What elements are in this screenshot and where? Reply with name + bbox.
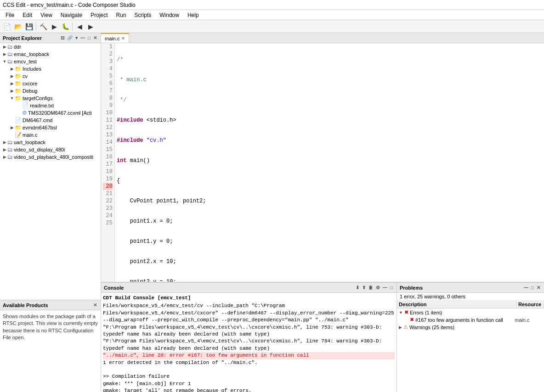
code-text-11: point2.x = 10; (117, 258, 176, 265)
tree-toggle-video-play[interactable]: ▶ (2, 155, 7, 159)
console-line-1: Files/workspace_v5_4/emcv_test/cv --incl… (103, 302, 395, 309)
tree-item-readme[interactable]: 📄 readme.txt (0, 102, 101, 109)
tree-toggle-targetconfigs[interactable]: ▼ (9, 96, 15, 101)
console-options[interactable]: ⚙ (375, 285, 381, 291)
folder-icon-cv: 📁 (15, 73, 22, 79)
problems-minimize[interactable]: — (523, 285, 529, 291)
close-icon[interactable]: ✕ (92, 35, 98, 41)
tree-item-cv[interactable]: ▶ 📁 cv (0, 73, 101, 80)
tree-toggle-emac[interactable]: ▶ (2, 52, 7, 56)
error-item-desc: #167 too few arguments in function call (415, 317, 515, 323)
tree-toggle-ddr[interactable]: ▶ (2, 45, 7, 49)
line-num-20: 20 (103, 183, 113, 190)
code-text-4: <stdio.h> (143, 117, 176, 124)
problems-maximize[interactable]: □ (530, 285, 535, 291)
editor-tab-main[interactable]: main.c ✕ (101, 33, 129, 43)
tree-item-uart[interactable]: ▶ 🗂 uart_loopback (0, 139, 101, 146)
console-scroll-up[interactable]: ⬆ (361, 285, 367, 291)
folder-icon-includes: 📁 (15, 66, 22, 72)
tree-item-dm6467[interactable]: 📄 DM6467.cmd (0, 117, 101, 124)
folder-icon-targetconfigs: 📁 (15, 95, 22, 101)
code-kw-6: int (117, 157, 127, 164)
line-numbers: 1 2 3 4 5 6 7 8 9 10 11 12 13 14 15 16 1 (101, 43, 115, 282)
console-content[interactable]: CDT Build Console [emcv_test] Files/work… (101, 293, 397, 392)
file-icon-main: 📝 (15, 132, 22, 138)
console-clear[interactable]: 🗑 (368, 285, 374, 291)
code-line-1: /* (117, 56, 542, 63)
link-editor-icon[interactable]: 🔗 (66, 35, 74, 41)
tree-label-uart: uart_loopback (14, 140, 45, 145)
tree-toggle-cxcore[interactable]: ▶ (9, 81, 15, 86)
line-num-24: 24 (103, 212, 113, 219)
tree-label-emac: emac_loopback (14, 51, 49, 57)
toolbar-back[interactable]: ◀ (74, 22, 85, 32)
code-line-5: #include "cv.h" (117, 137, 542, 144)
menu-item-scripts[interactable]: Scripts (131, 11, 155, 19)
toolbar-run[interactable]: ▶ (49, 22, 59, 32)
menu-item-run[interactable]: Run (113, 11, 130, 19)
tree-toggle-uart[interactable]: ▶ (2, 140, 7, 145)
console-minimize[interactable]: — (382, 285, 388, 291)
collapse-all-icon[interactable]: ⊟ (60, 35, 65, 41)
tree-item-includes[interactable]: ▶ 📁 Includes (0, 65, 101, 73)
problems-section-warnings[interactable]: ▶ ⚠ Warnings (25 items) (397, 323, 544, 331)
minimize-icon[interactable]: — (79, 35, 86, 41)
toolbar-debug[interactable]: 🐛 (60, 22, 70, 32)
tree-item-video-play[interactable]: ▶ 🗂 video_sd_playback_480i_compositi (0, 153, 101, 161)
menu-item-view[interactable]: View (37, 11, 56, 19)
tree-item-evmdm[interactable]: ▶ 📁 evmdm6467bsl (0, 124, 101, 131)
code-content[interactable]: /* * main.c */ #include <stdio.h> #inclu… (115, 43, 544, 282)
tree-item-main[interactable]: 📝 main.c (0, 131, 101, 139)
tree-toggle-evmdm[interactable]: ▶ (9, 125, 15, 130)
tree-item-debug[interactable]: ▶ 📁 Debug (0, 87, 101, 95)
tree-item-video-sd[interactable]: ▶ 🗂 video_sd_display_480i (0, 146, 101, 153)
problems-section-errors[interactable]: ▼ ✖ Errors (1 item) (397, 308, 544, 316)
project-icon-uart: 🗂 (7, 139, 13, 146)
tree-label-includes: Includes (23, 66, 41, 72)
tree-toggle-debug[interactable]: ▶ (9, 89, 15, 93)
code-line-11: point2.x = 10; (117, 258, 542, 265)
view-menu-icon[interactable]: ▾ (74, 35, 79, 41)
console-scroll-down[interactable]: ⬇ (355, 285, 360, 291)
menu-item-edit[interactable]: Edit (19, 11, 36, 19)
maximize-icon[interactable]: □ (87, 35, 91, 41)
problems-row-error-1[interactable]: ✖ #167 too few arguments in function cal… (397, 316, 544, 323)
toolbar-save[interactable]: 💾 (24, 22, 34, 32)
menu-item-navigate[interactable]: Navigate (57, 11, 86, 19)
tree-toggle-video-sd[interactable]: ▶ (2, 147, 7, 152)
config-icon-tms320: ⚙ (22, 110, 27, 116)
console-line-11: gmake: *** [main.obj] Error 1 (103, 381, 395, 387)
tree-item-emcv[interactable]: ▼ 🗂 emcv_test (0, 58, 101, 65)
toolbar-open[interactable]: 📂 (13, 22, 23, 32)
right-panel: main.c ✕ 1 2 3 4 5 6 7 8 9 10 11 (101, 33, 544, 392)
menu-item-file[interactable]: File (2, 11, 18, 19)
editor-tab-label: main.c (105, 36, 119, 41)
problems-close[interactable]: ✕ (536, 285, 541, 291)
tree-item-tms320[interactable]: ⚙ TMS320DM6467.ccxml [Acti (0, 109, 101, 117)
line-num-21: 21 (103, 190, 113, 197)
tree-toggle-cv[interactable]: ▶ (9, 74, 15, 78)
tree-item-ddr[interactable]: ▶ 🗂 ddr (0, 43, 101, 50)
tab-close-icon[interactable]: ✕ (121, 36, 125, 41)
toolbar-forward[interactable]: ▶ (85, 22, 96, 32)
project-explorer-header: Project Explorer ⊟ 🔗 ▾ — □ ✕ (0, 33, 101, 43)
problems-col-header: Description Resource (397, 301, 544, 308)
avail-close-icon[interactable]: ✕ (92, 302, 98, 308)
tree-item-emac[interactable]: ▶ 🗂 emac_loopback (0, 50, 101, 58)
warnings-expand-icon: ▶ (399, 325, 402, 330)
tree-toggle-emcv[interactable]: ▼ (2, 59, 7, 64)
toolbar-new[interactable]: 📄 (2, 22, 12, 32)
line-num-25: 25 (103, 219, 113, 227)
console-maximize[interactable]: □ (389, 285, 394, 291)
tree-item-cxcore[interactable]: ▶ 📁 cxcore (0, 80, 101, 87)
toolbar-build[interactable]: 🔨 (38, 22, 48, 32)
code-editor[interactable]: 1 2 3 4 5 6 7 8 9 10 11 12 13 14 15 16 1 (101, 43, 544, 282)
tree-label-tms320: TMS320DM6467.ccxml [Acti (28, 110, 92, 116)
tree-item-targetconfigs[interactable]: ▼ 📁 targetConfigs (0, 95, 101, 102)
menu-item-help[interactable]: Help (184, 11, 203, 19)
error-item-resource: main.c (515, 317, 542, 323)
tree-toggle-includes[interactable]: ▶ (9, 67, 15, 71)
line-num-6: 6 (103, 80, 113, 87)
menu-item-window[interactable]: Window (156, 11, 183, 19)
menu-item-project[interactable]: Project (87, 11, 111, 19)
